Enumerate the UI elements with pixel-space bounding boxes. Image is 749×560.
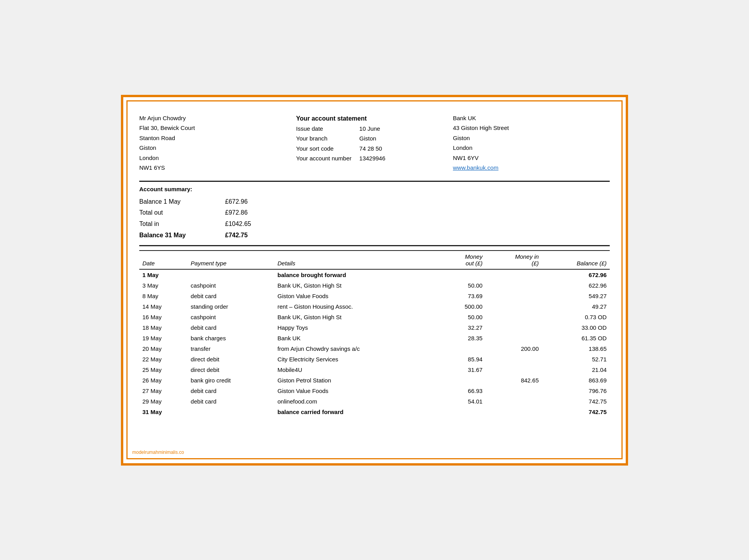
sort-code-value: 74 28 50 [359, 144, 393, 154]
cell-payment-type: direct debit [188, 364, 274, 375]
cell-balance: 622.96 [542, 280, 610, 291]
bank-address-line4: NW1 6YV [453, 153, 610, 163]
cell-payment-type: bank giro credit [188, 375, 274, 386]
cell-details: Happy Toys [274, 322, 440, 333]
cell-money-out: 28.35 [440, 333, 486, 343]
cell-payment-type: debit card [188, 322, 274, 333]
cell-payment-type [188, 407, 274, 417]
cell-balance: 33.00 OD [542, 322, 610, 333]
customer-address-line5: NW1 6YS [139, 163, 296, 173]
cell-money-out: 85.94 [440, 354, 486, 364]
summary-label: Total out [139, 207, 209, 219]
branch-label: Your branch [296, 133, 359, 144]
sort-code-label: Your sort code [296, 144, 359, 154]
col-date: Date [139, 251, 188, 269]
cell-payment-type: cashpoint [188, 280, 274, 291]
cell-payment-type: debit card [188, 386, 274, 396]
cell-date: 29 May [139, 396, 188, 407]
table-row: 20 May transfer from Arjun Chowdry savin… [139, 343, 610, 354]
customer-address-line3: Giston [139, 143, 296, 153]
table-row: 3 May cashpoint Bank UK, Giston High St … [139, 280, 610, 291]
transactions-body: 1 May balance brought forward 672.96 3 M… [139, 269, 610, 417]
cell-money-in [486, 333, 542, 343]
cell-details: balance brought forward [274, 269, 440, 280]
bank-address-line3: London [453, 143, 610, 153]
col-details: Details [274, 251, 440, 269]
cell-date: 14 May [139, 301, 188, 312]
cell-money-in [486, 322, 542, 333]
bank-name: Bank UK [453, 113, 610, 123]
summary-value: £672.96 [225, 196, 248, 208]
cell-balance: 52.71 [542, 354, 610, 364]
customer-address-line1: Flat 30, Bewick Court [139, 123, 296, 133]
summary-row: Balance 31 May£742.75 [139, 230, 610, 241]
cell-money-out: 50.00 [440, 312, 486, 322]
cell-details: Bank UK, Giston High St [274, 280, 440, 291]
col-payment-type: Payment type [188, 251, 274, 269]
cell-details: City Electricity Services [274, 354, 440, 364]
footer-watermark: modelrumahminimalis.co [132, 450, 184, 455]
cell-payment-type: debit card [188, 396, 274, 407]
cell-details: Giston Petrol Station [274, 375, 440, 386]
cell-balance: 796.76 [542, 386, 610, 396]
col-money-in: Money in(£) [486, 251, 542, 269]
cell-balance: 0.73 OD [542, 312, 610, 322]
cell-money-in [486, 312, 542, 322]
cell-money-out: 32.27 [440, 322, 486, 333]
cell-details: Mobile4U [274, 364, 440, 375]
summary-divider [139, 245, 610, 246]
table-row: 1 May balance brought forward 672.96 [139, 269, 610, 280]
cell-money-out [440, 407, 486, 417]
cell-money-out: 66.93 [440, 386, 486, 396]
cell-money-out [440, 375, 486, 386]
table-row: 25 May direct debit Mobile4U 31.67 21.04 [139, 364, 610, 375]
table-header-row: Date Payment type Details Moneyout (£) M… [139, 251, 610, 269]
table-row: 31 May balance carried forward 742.75 [139, 407, 610, 417]
cell-money-in [486, 280, 542, 291]
bank-address-line2: Giston [453, 133, 610, 143]
col-balance: Balance (£) [542, 251, 610, 269]
cell-details: onlinefood.com [274, 396, 440, 407]
cell-money-out: 50.00 [440, 280, 486, 291]
cell-date: 31 May [139, 407, 188, 417]
table-row: 26 May bank giro credit Giston Petrol St… [139, 375, 610, 386]
table-row: 14 May standing order rent – Giston Hous… [139, 301, 610, 312]
customer-address: Mr Arjun Chowdry Flat 30, Bewick Court S… [139, 113, 296, 173]
customer-name: Mr Arjun Chowdry [139, 113, 296, 123]
branch-value: Giston [359, 133, 393, 144]
cell-money-out [440, 269, 486, 280]
cell-payment-type: bank charges [188, 333, 274, 343]
cell-payment-type: standing order [188, 301, 274, 312]
header-section: Mr Arjun Chowdry Flat 30, Bewick Court S… [139, 113, 610, 173]
cell-balance: 549.27 [542, 291, 610, 301]
summary-label: Total in [139, 219, 209, 230]
cell-money-out [440, 343, 486, 354]
cell-balance: 672.96 [542, 269, 610, 280]
cell-payment-type: transfer [188, 343, 274, 354]
summary-row: Balance 1 May£672.96 [139, 196, 610, 208]
cell-money-in [486, 301, 542, 312]
summary-title: Account summary: [139, 186, 610, 192]
table-row: 22 May direct debit City Electricity Ser… [139, 354, 610, 364]
cell-date: 8 May [139, 291, 188, 301]
cell-details: balance carried forward [274, 407, 440, 417]
table-row: 29 May debit card onlinefood.com 54.01 7… [139, 396, 610, 407]
cell-money-in: 842.65 [486, 375, 542, 386]
header-divider [139, 181, 610, 182]
cell-balance: 742.75 [542, 396, 610, 407]
summary-label: Balance 31 May [139, 230, 209, 241]
cell-date: 16 May [139, 312, 188, 322]
statement-title: Your account statement [296, 113, 453, 124]
summary-row: Total out£972.86 [139, 207, 610, 219]
cell-money-in [486, 291, 542, 301]
cell-payment-type: direct debit [188, 354, 274, 364]
summary-value: £742.75 [225, 230, 248, 241]
cell-balance: 138.65 [542, 343, 610, 354]
table-row: 8 May debit card Giston Value Foods 73.6… [139, 291, 610, 301]
cell-balance: 61.35 OD [542, 333, 610, 343]
bank-website[interactable]: www.bankuk.com [453, 163, 610, 173]
customer-address-line4: London [139, 153, 296, 163]
cell-money-in [486, 364, 542, 375]
cell-date: 3 May [139, 280, 188, 291]
cell-details: Giston Value Foods [274, 291, 440, 301]
